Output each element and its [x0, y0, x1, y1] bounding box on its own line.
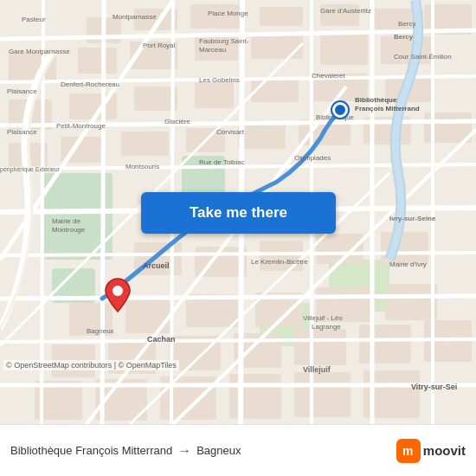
- svg-text:Mairie d'Ivry: Mairie d'Ivry: [389, 261, 427, 268]
- svg-text:Corvisart: Corvisart: [216, 128, 245, 136]
- origin-dot: [332, 102, 348, 118]
- svg-point-120: [113, 286, 123, 296]
- route-info: Bibliothèque François Mitterrand → Bagne…: [10, 443, 396, 459]
- svg-text:Place Monge: Place Monge: [208, 10, 248, 17]
- svg-text:Faubourg Saint-: Faubourg Saint-: [199, 37, 249, 45]
- svg-text:Montparnasse: Montparnasse: [113, 13, 157, 21]
- svg-text:Gare d'Austerlitz: Gare d'Austerlitz: [320, 7, 371, 15]
- svg-rect-29: [121, 132, 169, 156]
- svg-text:Montsouris: Montsouris: [125, 163, 159, 170]
- svg-rect-24: [251, 78, 299, 102]
- origin-label: Bibliothèque François Mitterrand: [10, 444, 172, 457]
- svg-text:Villejuif: Villejuif: [303, 365, 331, 374]
- take-me-there-button[interactable]: Take me there: [141, 192, 336, 234]
- svg-rect-23: [195, 82, 234, 108]
- svg-text:Cachan: Cachan: [147, 335, 176, 344]
- svg-text:Bercy: Bercy: [398, 20, 415, 28]
- moovit-text: moovit: [423, 443, 466, 458]
- svg-rect-31: [238, 123, 286, 149]
- svg-text:Petit-Montrouge: Petit-Montrouge: [56, 122, 106, 130]
- svg-rect-9: [260, 7, 303, 26]
- svg-rect-57: [294, 372, 351, 417]
- svg-rect-17: [251, 33, 303, 59]
- svg-text:Mairie de: Mairie de: [52, 217, 80, 225]
- svg-rect-37: [260, 241, 303, 271]
- svg-text:Denfert-Rochereau: Denfert-Rochereau: [61, 80, 119, 88]
- svg-text:Glacière: Glacière: [164, 118, 190, 125]
- map-container: Pasteur Montparnasse Place Monge Gare d'…: [0, 0, 476, 424]
- svg-text:Ivry-sur-Seine: Ivry-sur-Seine: [389, 215, 436, 222]
- svg-rect-56: [229, 374, 281, 419]
- moovit-m-icon: m: [396, 439, 421, 463]
- svg-text:Rue de Tolbiac: Rue de Tolbiac: [199, 158, 245, 166]
- svg-rect-41: [125, 299, 173, 333]
- svg-text:Olympiades: Olympiades: [294, 154, 331, 162]
- svg-text:Bagneux: Bagneux: [87, 327, 114, 335]
- svg-line-65: [0, 296, 476, 299]
- svg-text:Villejuif - Léo: Villejuif - Léo: [303, 314, 343, 322]
- moovit-logo: m moovit: [396, 439, 466, 463]
- svg-text:Les Gobelins: Les Gobelins: [199, 76, 240, 84]
- svg-text:François Mitterrand: François Mitterrand: [355, 105, 420, 113]
- svg-text:Marceau: Marceau: [199, 46, 226, 54]
- svg-text:Vitry-sur-Sei: Vitry-sur-Sei: [411, 383, 457, 391]
- svg-text:Cour Saint-Émilion: Cour Saint-Émilion: [394, 53, 452, 61]
- svg-text:Plaisance: Plaisance: [7, 128, 37, 136]
- svg-text:Montrouge: Montrouge: [52, 226, 86, 234]
- svg-text:Lagrange: Lagrange: [312, 323, 341, 331]
- svg-text:Pasteur: Pasteur: [22, 16, 46, 23]
- svg-text:Le Kremlin-Bicêtre: Le Kremlin-Bicêtre: [251, 258, 308, 266]
- svg-rect-50: [294, 329, 346, 365]
- svg-text:Bibliothèque: Bibliothèque: [355, 96, 397, 104]
- svg-text:périphérique Extérieur: périphérique Extérieur: [0, 166, 61, 173]
- svg-text:Plaisance: Plaisance: [7, 87, 37, 95]
- svg-rect-51: [359, 325, 411, 363]
- destination-label: Bagneux: [196, 444, 241, 457]
- svg-text:Gare Montparnasse: Gare Montparnasse: [9, 48, 70, 55]
- destination-pin: [104, 277, 132, 313]
- map-attribution: © OpenStreetMap contributors | © OpenMap…: [3, 360, 179, 370]
- svg-rect-18: [320, 35, 368, 65]
- svg-text:Port Royal: Port Royal: [143, 42, 176, 49]
- bottom-info-bar: Bibliothèque François Mitterrand → Bagne…: [0, 424, 476, 476]
- svg-rect-14: [78, 48, 117, 74]
- svg-text:m: m: [402, 444, 413, 458]
- svg-text:Arcueil: Arcueil: [143, 261, 170, 270]
- svg-text:Bercy: Bercy: [394, 33, 414, 41]
- arrow-icon: →: [177, 443, 191, 459]
- svg-rect-45: [385, 284, 437, 320]
- svg-text:Chevaleret: Chevaleret: [312, 72, 345, 80]
